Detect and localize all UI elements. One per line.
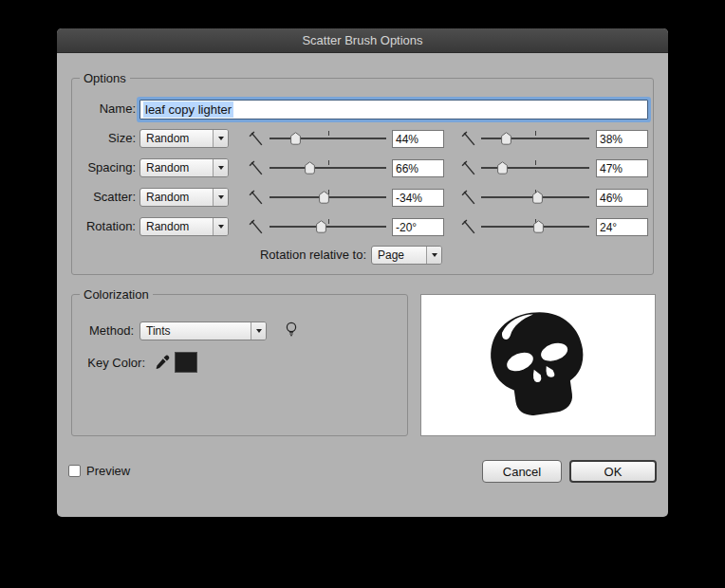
slider-center-tick bbox=[535, 160, 536, 165]
options-group-label: Options bbox=[80, 71, 130, 85]
name-label: Name: bbox=[72, 100, 136, 119]
dropdown-arrow-icon bbox=[213, 130, 228, 147]
slider-max-marker-icon bbox=[461, 219, 477, 235]
options-group: Options Name: leaf copy lighter Size: Ra… bbox=[71, 78, 654, 275]
slider-thumb[interactable] bbox=[319, 191, 329, 204]
rotation-mode-dropdown[interactable]: Random bbox=[139, 217, 229, 236]
spacing-max-slider[interactable] bbox=[481, 158, 589, 177]
slider-min-marker-icon bbox=[249, 131, 265, 147]
preview-checkbox-label: Preview bbox=[86, 464, 130, 478]
rotation-max-value-input[interactable]: 24° bbox=[596, 218, 648, 236]
scatter-mode-dropdown[interactable]: Random bbox=[139, 188, 229, 207]
slider-center-tick bbox=[328, 131, 329, 136]
eyedropper-icon[interactable] bbox=[154, 354, 171, 371]
scatter-min-value-input[interactable]: -34% bbox=[392, 189, 444, 207]
dropdown-arrow-icon bbox=[213, 218, 228, 235]
slider-max-marker-icon bbox=[461, 190, 477, 206]
colorization-method-dropdown[interactable]: Tints bbox=[139, 322, 267, 340]
colorization-tips-bulb-icon bbox=[283, 321, 300, 338]
dropdown-arrow-icon bbox=[213, 159, 228, 176]
slider-track bbox=[270, 226, 386, 228]
scatter-brush-options-dialog: Scatter Brush Options Options Name: leaf… bbox=[57, 28, 668, 517]
brush-preview-panel bbox=[420, 294, 656, 436]
slider-thumb[interactable] bbox=[497, 161, 508, 175]
rotation-min-value-input[interactable]: -20° bbox=[392, 218, 444, 236]
slider-thumb[interactable] bbox=[316, 220, 326, 233]
slider-max-marker-icon bbox=[461, 131, 477, 147]
slider-center-tick bbox=[328, 219, 329, 224]
title-bar[interactable]: Scatter Brush Options bbox=[57, 28, 668, 53]
preview-checkbox-row: Preview bbox=[68, 464, 130, 478]
dialog-body: Options Name: leaf copy lighter Size: Ra… bbox=[57, 53, 668, 517]
slider-track bbox=[481, 138, 589, 139]
dropdown-arrow-icon bbox=[213, 189, 228, 206]
size-max-slider[interactable] bbox=[481, 129, 589, 148]
scatter-max-value-input[interactable]: 46% bbox=[596, 189, 648, 207]
slider-thumb[interactable] bbox=[501, 132, 511, 145]
slider-center-tick bbox=[535, 131, 536, 136]
colorization-group-label: Colorization bbox=[80, 287, 153, 302]
spacing-min-value-input[interactable]: 66% bbox=[392, 159, 444, 177]
key-color-swatch[interactable] bbox=[175, 352, 197, 373]
size-mode-dropdown[interactable]: Random bbox=[139, 129, 229, 148]
rotation-relative-dropdown[interactable]: Page bbox=[371, 246, 442, 265]
spacing-mode-dropdown[interactable]: Random bbox=[139, 158, 229, 177]
screen-background: Scatter Brush Options Options Name: leaf… bbox=[0, 0, 725, 588]
ok-button[interactable]: OK bbox=[569, 460, 657, 483]
spacing-min-slider[interactable] bbox=[270, 158, 386, 177]
slider-min-marker-icon bbox=[249, 219, 265, 235]
name-input[interactable]: leaf copy lighter bbox=[139, 100, 648, 119]
dialog-title: Scatter Brush Options bbox=[302, 33, 422, 47]
rotation-min-slider[interactable] bbox=[270, 217, 386, 236]
size-min-slider[interactable] bbox=[270, 129, 386, 148]
slider-min-marker-icon bbox=[249, 160, 265, 176]
slider-center-tick bbox=[328, 160, 329, 165]
dropdown-arrow-icon bbox=[251, 322, 266, 340]
rotation-relative-label: Rotation relative to: bbox=[243, 246, 366, 265]
slider-thumb[interactable] bbox=[533, 220, 544, 233]
slider-track bbox=[270, 138, 386, 139]
rotation-label: Rotation: bbox=[72, 217, 136, 236]
name-input-value: leaf copy lighter bbox=[143, 101, 233, 118]
scatter-label: Scatter: bbox=[72, 188, 136, 207]
cancel-button[interactable]: Cancel bbox=[482, 460, 562, 483]
slider-thumb[interactable] bbox=[290, 132, 301, 145]
scatter-max-slider[interactable] bbox=[481, 188, 589, 207]
key-color-label: Key Color: bbox=[72, 354, 145, 373]
scatter-min-slider[interactable] bbox=[270, 188, 386, 207]
spacing-label: Spacing: bbox=[72, 158, 136, 177]
colorization-group: Colorization Method: Tints Key Color: bbox=[71, 294, 408, 436]
rotation-max-slider[interactable] bbox=[481, 217, 589, 236]
slider-thumb[interactable] bbox=[305, 161, 315, 175]
spacing-max-value-input[interactable]: 47% bbox=[596, 159, 648, 177]
size-label: Size: bbox=[72, 129, 136, 148]
size-min-value-input[interactable]: 44% bbox=[392, 130, 444, 148]
brush-preview-skull-image bbox=[479, 304, 597, 426]
method-label: Method: bbox=[72, 322, 134, 340]
dropdown-arrow-icon bbox=[426, 247, 441, 264]
slider-track bbox=[270, 167, 386, 169]
preview-checkbox[interactable] bbox=[68, 465, 81, 477]
slider-min-marker-icon bbox=[249, 190, 265, 206]
slider-thumb[interactable] bbox=[532, 191, 543, 204]
slider-max-marker-icon bbox=[461, 160, 477, 176]
size-max-value-input[interactable]: 38% bbox=[596, 130, 648, 148]
